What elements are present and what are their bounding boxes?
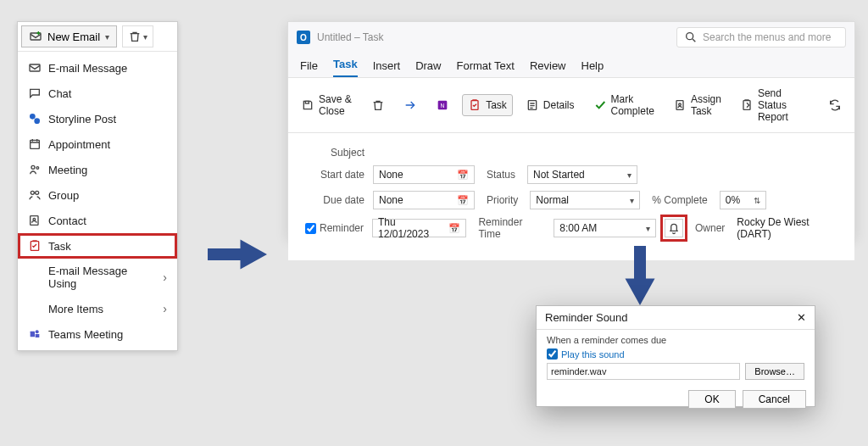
- play-sound-checkbox-label[interactable]: Play this sound: [547, 348, 804, 360]
- delete-button[interactable]: [365, 94, 391, 116]
- task-group-button[interactable]: Task: [462, 94, 513, 116]
- reminder-row: Reminder Thu 12/01/2023 Reminder Time 8:…: [305, 216, 837, 240]
- window-title: Untitled – Task: [317, 31, 384, 43]
- menu-item-storyline[interactable]: Storyline Post: [18, 106, 177, 131]
- menu-item-email-using[interactable]: E-mail Message Using ›: [18, 259, 177, 296]
- annotation-arrow-right: [208, 233, 267, 276]
- reminder-sound-button[interactable]: [665, 219, 683, 237]
- reminder-time-dropdown[interactable]: 8:00 AM ▾: [554, 219, 656, 237]
- svg-rect-4: [31, 140, 40, 148]
- svg-point-8: [36, 191, 39, 194]
- menu-item-label: Group: [48, 189, 79, 202]
- annotation-arrow-down: [619, 246, 661, 305]
- svg-point-7: [31, 191, 34, 194]
- save-close-button[interactable]: Save & Close: [295, 89, 359, 121]
- sync-button[interactable]: [822, 94, 848, 116]
- ribbon-tabs: File Task Insert Draw Format Text Review…: [288, 53, 854, 78]
- status-label: Status: [483, 169, 519, 181]
- delete-button[interactable]: ▾: [122, 25, 153, 47]
- task-window: O Untitled – Task Search the menus and m…: [287, 21, 855, 237]
- details-icon: [526, 98, 539, 112]
- subject-label: Subject: [305, 147, 364, 159]
- assign-icon: [673, 98, 687, 112]
- svg-rect-1: [30, 64, 40, 71]
- svg-point-10: [33, 218, 36, 220]
- forward-button[interactable]: [398, 94, 423, 116]
- menu-item-label: Storyline Post: [48, 113, 116, 125]
- assign-task-button[interactable]: Assign Task: [667, 89, 727, 121]
- tab-task[interactable]: Task: [333, 58, 358, 77]
- reminder-date-field[interactable]: Thu 12/01/2023: [372, 219, 466, 237]
- send-status-button[interactable]: Send Status Report: [734, 83, 815, 127]
- calendar-icon: [457, 194, 469, 206]
- outlook-app-icon: O: [297, 31, 310, 44]
- browse-button[interactable]: Browse…: [745, 363, 804, 380]
- start-status-row: Start date None Status Not Started ▾: [305, 165, 837, 184]
- svg-point-3: [34, 118, 40, 124]
- dialog-title: Reminder Sound: [545, 311, 628, 324]
- cancel-button[interactable]: Cancel: [743, 390, 806, 409]
- task-clipboard-icon: [468, 98, 481, 112]
- menu-item-appointment[interactable]: Appointment: [18, 131, 177, 157]
- meeting-icon: [28, 163, 42, 176]
- tab-review[interactable]: Review: [530, 59, 566, 77]
- search-box[interactable]: Search the menus and more: [676, 27, 846, 47]
- dialog-titlebar: Reminder Sound ✕: [537, 306, 815, 330]
- menu-item-label: Contact: [48, 215, 86, 227]
- menu-item-more-items[interactable]: More Items ›: [18, 296, 177, 321]
- svg-point-14: [687, 33, 693, 40]
- title-bar: O Untitled – Task Search the menus and m…: [288, 22, 854, 53]
- reminder-time-value: 8:00 AM: [559, 222, 597, 234]
- menu-item-contact[interactable]: Contact: [18, 208, 177, 233]
- due-date-label: Due date: [305, 194, 364, 206]
- menu-item-group[interactable]: Group: [18, 182, 177, 208]
- search-icon: [684, 31, 698, 44]
- tab-insert[interactable]: Insert: [373, 59, 401, 77]
- menu-items: E-mail Message Chat Storyline Post Appoi…: [18, 52, 177, 350]
- svg-rect-12: [31, 332, 35, 337]
- owner-label: Owner: [692, 222, 728, 234]
- menu-item-chat[interactable]: Chat: [18, 81, 177, 106]
- onenote-button[interactable]: N: [430, 94, 455, 116]
- menu-item-meeting[interactable]: Meeting: [18, 157, 177, 182]
- play-sound-checkbox[interactable]: [547, 348, 558, 360]
- due-date-field[interactable]: None: [373, 191, 475, 209]
- send-status-label: Send Status Report: [758, 87, 810, 123]
- reminder-time-label: Reminder Time: [475, 216, 545, 240]
- bell-icon: [667, 221, 681, 235]
- start-date-field[interactable]: None: [373, 165, 475, 184]
- menu-item-label: E-mail Message: [48, 62, 127, 75]
- svg-text:N: N: [441, 103, 445, 109]
- priority-dropdown[interactable]: Normal ▾: [530, 191, 640, 209]
- due-date-value: None: [379, 194, 403, 206]
- chat-icon: [28, 86, 42, 100]
- pct-complete-stepper[interactable]: 0% ⇅: [720, 191, 766, 209]
- contact-icon: [28, 214, 42, 227]
- mark-complete-button[interactable]: Mark Complete: [587, 89, 660, 121]
- menu-item-task[interactable]: Task: [18, 233, 177, 259]
- reminder-checkbox[interactable]: [305, 223, 316, 234]
- new-email-button[interactable]: New Email ▾: [21, 25, 117, 47]
- tab-format-text[interactable]: Format Text: [456, 59, 514, 77]
- menu-item-teams-meeting[interactable]: Teams Meeting: [18, 321, 177, 347]
- reminder-sound-dialog: Reminder Sound ✕ When a reminder comes d…: [536, 305, 815, 407]
- menu-item-email-message[interactable]: E-mail Message: [18, 55, 177, 81]
- menu-item-label: Chat: [48, 87, 71, 100]
- trash-icon: [128, 30, 142, 43]
- tab-file[interactable]: File: [300, 59, 318, 77]
- checkmark-icon: [593, 98, 607, 112]
- chevron-down-icon: ▾: [105, 32, 109, 42]
- menu-item-label: E-mail Message Using: [48, 265, 156, 290]
- new-item-menu: New Email ▾ ▾ E-mail Message Chat Storyl…: [17, 21, 178, 351]
- close-icon[interactable]: ✕: [797, 311, 806, 324]
- tab-draw[interactable]: Draw: [415, 59, 441, 77]
- menu-item-label: Meeting: [48, 164, 87, 176]
- details-button[interactable]: Details: [520, 94, 581, 116]
- ok-button[interactable]: OK: [688, 390, 735, 409]
- tab-help[interactable]: Help: [581, 59, 604, 77]
- trash-icon: [371, 98, 385, 112]
- reminder-checkbox-label[interactable]: Reminder: [305, 222, 364, 234]
- status-dropdown[interactable]: Not Started ▾: [527, 165, 637, 184]
- sound-file-input[interactable]: reminder.wav: [547, 363, 740, 380]
- stepper-icon: ⇅: [754, 196, 760, 205]
